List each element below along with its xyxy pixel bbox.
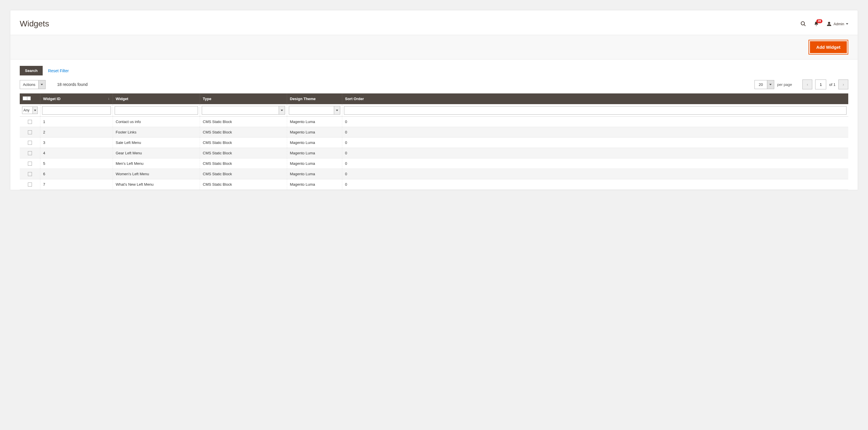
table-row[interactable]: 2Footer LinksCMS Static BlockMagento Lum… [20, 127, 848, 137]
cell-type: CMS Static Block [200, 148, 287, 158]
cell-widget: Women's Left Menu [113, 169, 200, 179]
chevron-right-icon: › [843, 82, 844, 87]
per-page-label: per page [777, 82, 792, 87]
cell-id: 6 [40, 169, 113, 179]
add-widget-highlight: Add Widget [808, 40, 848, 55]
table-row[interactable]: 4Gear Left MenuCMS Static BlockMagento L… [20, 148, 848, 158]
row-checkbox[interactable] [28, 162, 32, 166]
next-page-button[interactable]: › [838, 79, 848, 89]
svg-point-2 [828, 22, 830, 24]
cell-id: 1 [40, 117, 113, 127]
records-found: 18 records found [57, 82, 88, 87]
page-title: Widgets [20, 19, 800, 28]
row-checkbox[interactable] [28, 120, 32, 124]
reset-filter-link[interactable]: Reset Filter [48, 68, 69, 73]
notification-count: 39 [816, 19, 823, 23]
cell-theme: Magento Luma [287, 137, 342, 148]
col-widget[interactable]: Widget [113, 93, 200, 104]
widgets-grid: ▾ Widget ID↓ Widget Type Design Theme So… [20, 93, 848, 190]
per-page-value: 20 [755, 80, 767, 89]
row-checkbox[interactable] [28, 183, 32, 187]
table-row[interactable]: 7What's New Left MenuCMS Static BlockMag… [20, 179, 848, 190]
cell-widget: Contact us info [113, 117, 200, 127]
mass-select[interactable]: ▾ [23, 96, 31, 100]
page-number-input[interactable] [815, 79, 826, 89]
admin-panel: Widgets 39 Admin Add Widget Search Reset… [10, 10, 858, 190]
col-select-all[interactable]: ▾ [20, 93, 40, 104]
cell-type: CMS Static Block [200, 117, 287, 127]
cell-type: CMS Static Block [200, 127, 287, 137]
filter-row: Any [20, 104, 848, 117]
row-checkbox[interactable] [28, 172, 32, 176]
per-page-dropdown[interactable]: 20 [754, 80, 774, 89]
filter-widget-id[interactable] [42, 106, 111, 114]
cell-widget: Footer Links [113, 127, 200, 137]
row-checkbox[interactable] [28, 130, 32, 134]
user-menu[interactable]: Admin [827, 21, 848, 26]
cell-widget: Men's Left Menu [113, 158, 200, 169]
grid-toolbar: Search Reset Filter [10, 60, 858, 75]
pager: 20 per page ‹ of 1 › [754, 79, 848, 89]
col-sort-order[interactable]: Sort Order [342, 93, 848, 104]
cell-theme: Magento Luma [287, 179, 342, 190]
cell-id: 5 [40, 158, 113, 169]
chevron-down-icon [846, 23, 848, 25]
prev-page-button[interactable]: ‹ [802, 79, 812, 89]
row-checkbox[interactable] [28, 151, 32, 155]
cell-theme: Magento Luma [287, 158, 342, 169]
cell-type: CMS Static Block [200, 158, 287, 169]
col-design-theme[interactable]: Design Theme [287, 93, 342, 104]
cell-sort: 0 [342, 158, 848, 169]
sort-asc-icon: ↓ [108, 97, 110, 100]
cell-type: CMS Static Block [200, 137, 287, 148]
page-header: Widgets 39 Admin [10, 10, 858, 35]
cell-sort: 0 [342, 137, 848, 148]
cell-type: CMS Static Block [200, 179, 287, 190]
actions-label: Actions [20, 80, 38, 89]
svg-line-1 [804, 25, 806, 26]
grid-controls: Actions 18 records found 20 per page ‹ o… [10, 75, 858, 93]
cell-widget: What's New Left Menu [113, 179, 200, 190]
chevron-down-icon [279, 106, 285, 114]
cell-widget: Gear Left Menu [113, 148, 200, 158]
filter-sort-order[interactable] [344, 106, 847, 114]
header-row: ▾ Widget ID↓ Widget Type Design Theme So… [20, 93, 848, 104]
action-bar: Add Widget [10, 35, 858, 60]
table-row[interactable]: 5Men's Left MenuCMS Static BlockMagento … [20, 158, 848, 169]
col-widget-id[interactable]: Widget ID↓ [40, 93, 113, 104]
table-row[interactable]: 1Contact us infoCMS Static BlockMagento … [20, 117, 848, 127]
chevron-down-icon [767, 80, 774, 89]
cell-sort: 0 [342, 169, 848, 179]
col-type[interactable]: Type [200, 93, 287, 104]
chevron-down-icon [32, 106, 38, 114]
cell-id: 2 [40, 127, 113, 137]
notifications-icon[interactable]: 39 [814, 21, 819, 27]
cell-sort: 0 [342, 117, 848, 127]
cell-id: 3 [40, 137, 113, 148]
svg-point-0 [801, 22, 805, 25]
chevron-down-icon [334, 106, 340, 114]
filter-theme-dropdown[interactable] [289, 106, 340, 114]
filter-type-dropdown[interactable] [202, 106, 285, 114]
search-icon[interactable] [800, 21, 806, 27]
cell-widget: Sale Left Menu [113, 137, 200, 148]
user-name: Admin [833, 22, 844, 26]
search-button[interactable]: Search [20, 66, 43, 75]
page-navigation: ‹ of 1 › [802, 79, 848, 89]
chevron-down-icon: ▾ [27, 96, 31, 100]
actions-dropdown[interactable]: Actions [20, 80, 45, 89]
grid-wrap: ▾ Widget ID↓ Widget Type Design Theme So… [10, 93, 858, 190]
table-row[interactable]: 3Sale Left MenuCMS Static BlockMagento L… [20, 137, 848, 148]
add-widget-button[interactable]: Add Widget [810, 41, 847, 53]
cell-id: 7 [40, 179, 113, 190]
filter-any-dropdown[interactable]: Any [22, 106, 38, 114]
table-row[interactable]: 6Women's Left MenuCMS Static BlockMagent… [20, 169, 848, 179]
header-actions: 39 Admin [800, 21, 848, 27]
chevron-left-icon: ‹ [807, 82, 808, 87]
cell-theme: Magento Luma [287, 169, 342, 179]
cell-sort: 0 [342, 179, 848, 190]
filter-widget[interactable] [115, 106, 198, 114]
cell-sort: 0 [342, 148, 848, 158]
cell-theme: Magento Luma [287, 117, 342, 127]
row-checkbox[interactable] [28, 141, 32, 145]
